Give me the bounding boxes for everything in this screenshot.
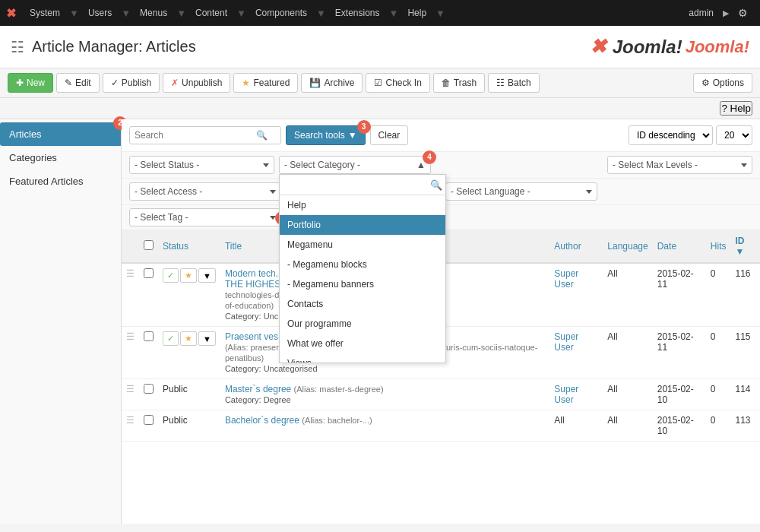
edit-button[interactable]: ✎ Edit (56, 73, 100, 93)
publish-button[interactable]: ✓ Publish (103, 73, 160, 93)
clear-button[interactable]: Clear (370, 125, 409, 145)
trash-button[interactable]: 🗑 Trash (433, 73, 485, 93)
row-checkbox[interactable] (144, 268, 154, 278)
help-button[interactable]: ? Help (720, 101, 752, 116)
archive-icon: 💾 (309, 78, 321, 88)
drag-handle-icon[interactable]: ☰ (126, 268, 135, 279)
access-filter[interactable]: - Select Access - (129, 182, 281, 201)
row-checkbox-cell[interactable] (139, 379, 158, 410)
tag-filter[interactable]: - Select Tag - (129, 208, 281, 226)
top-navigation: ✖ System ▼ Users ▼ Menus ▼ Content ▼ Com… (0, 0, 760, 26)
row-checkbox-cell[interactable] (139, 410, 158, 442)
date-cell: 2015-02-10 (653, 379, 706, 410)
category-item-views[interactable]: Views (280, 353, 445, 363)
row-checkbox[interactable] (144, 415, 154, 425)
th-date[interactable]: Date (653, 230, 706, 263)
th-hits[interactable]: Hits (706, 230, 731, 263)
nav-system[interactable]: System (24, 0, 66, 26)
category-item-megamenu-blocks[interactable]: - Megamenu blocks (280, 255, 445, 274)
sidebar-item-articles[interactable]: Articles 2 (0, 122, 121, 146)
cancel-icon: ✗ (171, 78, 179, 88)
category-item-megamenu-banners[interactable]: - Megamenu banners (280, 274, 445, 294)
nav-extensions[interactable]: Extensions (329, 0, 386, 26)
more-action-btn[interactable]: ▼ (198, 268, 216, 283)
row-checkbox[interactable] (144, 331, 154, 341)
star-icon: ★ (242, 78, 250, 88)
nav-help[interactable]: Help (401, 0, 432, 26)
author-cell: Super User (549, 327, 603, 379)
nav-content[interactable]: Content (189, 0, 233, 26)
filter-row-1: 🔍 Search tools ▼ 3 Clear ID descending 2… (122, 119, 760, 152)
drag-handle-icon[interactable]: ☰ (126, 415, 135, 426)
archive-button[interactable]: 💾 Archive (301, 73, 363, 93)
checkin-button[interactable]: ☑ Check In (366, 73, 429, 93)
title-cell: Master`s degree (Alias: master-s-degree)… (220, 379, 549, 410)
more-action-btn[interactable]: ▼ (198, 331, 216, 346)
sort-select[interactable]: ID descending (629, 125, 713, 145)
search-input[interactable] (135, 130, 256, 141)
sidebar-item-featured[interactable]: Featured Articles (0, 169, 121, 193)
author-link[interactable]: Super User (554, 268, 578, 290)
category-dropdown: 🔍 Help Portfolio Megamenu - Megamenu blo… (279, 174, 446, 363)
feature-action-btn[interactable]: ★ (180, 331, 197, 346)
drag-handle-cell[interactable]: ☰ (122, 327, 139, 379)
row-checkbox-cell[interactable] (139, 263, 158, 327)
th-language[interactable]: Language (603, 230, 652, 263)
drag-handle-cell[interactable]: ☰ (122, 410, 139, 442)
author-link[interactable]: Super User (554, 331, 578, 353)
category-item-our-programme[interactable]: Our programme (280, 314, 445, 334)
category-item-what-we-offer[interactable]: What we offer (280, 334, 445, 353)
status-filter[interactable]: - Select Status - (129, 156, 274, 174)
unpublish-button[interactable]: ✗ Unpublish (163, 73, 230, 93)
drag-handle-cell[interactable]: ☰ (122, 263, 139, 327)
maxlevels-filter[interactable]: - Select Max Levels - (607, 156, 752, 174)
help-icon: ? (721, 103, 727, 114)
new-button[interactable]: ✚ New (8, 73, 53, 93)
id-cell: 114 (731, 379, 760, 410)
th-checkbox[interactable] (139, 230, 158, 263)
id-cell: 113 (731, 410, 760, 442)
category-dropdown-container: - Select Category - ▲ 4 🔍 Help Portfolio… (279, 156, 431, 174)
sidebar-item-categories[interactable]: Categories (0, 146, 121, 169)
language-filter[interactable]: - Select Language - (445, 182, 597, 201)
author-cell: Super User (549, 379, 603, 410)
language-cell: All (603, 327, 652, 379)
author-link[interactable]: Super User (554, 384, 578, 405)
publish-action-btn[interactable]: ✓ (163, 331, 179, 346)
category-item-megamenu[interactable]: Megamenu (280, 235, 445, 255)
drag-handle-icon[interactable]: ☰ (126, 331, 135, 342)
th-id[interactable]: ID ▼ (731, 230, 760, 263)
row-checkbox[interactable] (144, 384, 154, 394)
th-author[interactable]: Author (549, 230, 603, 263)
article-title-link[interactable]: Praesent ves... (225, 331, 286, 342)
admin-link[interactable]: admin (689, 8, 714, 18)
options-button[interactable]: ⚙ Options (693, 73, 752, 93)
nav-menus[interactable]: Menus (134, 0, 173, 26)
hits-cell: 0 (706, 410, 731, 442)
select-all-checkbox[interactable] (144, 240, 154, 250)
nav-users[interactable]: Users (82, 0, 118, 26)
feature-action-btn[interactable]: ★ (180, 268, 197, 283)
status-cell: Public (158, 379, 220, 410)
perpage-select[interactable]: 20 (716, 125, 752, 145)
nav-components[interactable]: Components (249, 0, 313, 26)
search-tools-button[interactable]: Search tools ▼ 3 (286, 125, 366, 145)
publish-action-btn[interactable]: ✓ (163, 268, 179, 283)
row-checkbox-cell[interactable] (139, 327, 158, 379)
category-item-help[interactable]: Help (280, 195, 445, 215)
article-category: Category: Unc (225, 312, 278, 321)
drag-handle-cell[interactable]: ☰ (122, 379, 139, 410)
article-title-link[interactable]: Master`s degree (225, 384, 291, 394)
article-title-link[interactable]: Bachelor`s degree (225, 415, 299, 426)
th-status[interactable]: Status (158, 230, 220, 263)
category-trigger[interactable]: - Select Category - ▲ 4 (279, 156, 431, 174)
drag-handle-icon[interactable]: ☰ (126, 384, 135, 394)
category-item-contacts[interactable]: Contacts (280, 294, 445, 314)
batch-button[interactable]: ☷ Batch (488, 73, 540, 93)
edit-icon: ✎ (65, 78, 72, 88)
settings-icon[interactable]: ⚙ (732, 7, 754, 19)
category-search-input[interactable] (283, 178, 430, 192)
featured-button[interactable]: ★ Featured (233, 73, 298, 93)
category-item-portfolio[interactable]: Portfolio (280, 215, 445, 235)
search-box[interactable]: 🔍 (129, 126, 281, 144)
